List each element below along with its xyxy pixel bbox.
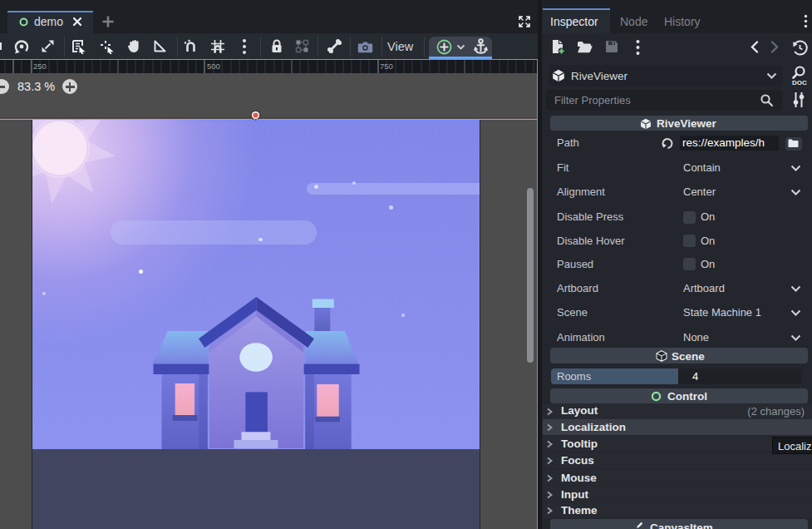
- svg-text:DOC: DOC: [792, 79, 807, 86]
